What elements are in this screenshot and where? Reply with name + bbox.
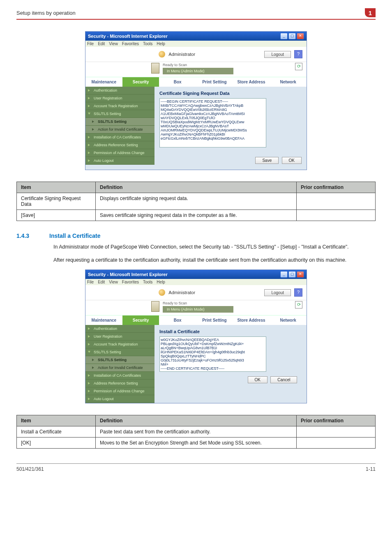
sidebar: Authentication User Registration Account… (85, 87, 154, 165)
menu-view[interactable]: View (109, 280, 118, 284)
tab-network[interactable]: Network (270, 315, 307, 325)
sidebar-item-auto-logout[interactable]: Auto Logout (85, 157, 154, 165)
tab-box[interactable]: Box (159, 77, 196, 87)
sidebar-item-account-track[interactable]: Account Track Registration (85, 102, 154, 110)
menu-help[interactable]: Help (157, 280, 165, 284)
sidebar-item-address-perm[interactable]: Permission of Address Change (85, 387, 154, 395)
menu-help[interactable]: Help (157, 41, 165, 46)
minimize-icon[interactable]: _ (280, 33, 288, 39)
sidebar-sub-invalid-cert[interactable]: Action for Invalid Certificate (85, 364, 154, 372)
help-icon[interactable]: ? (294, 50, 302, 58)
td-def: Moves to the Set an Encryption Strength … (96, 438, 297, 449)
refresh-icon[interactable]: ⟳ (295, 63, 302, 70)
menu-file[interactable]: File (87, 280, 94, 284)
header-rule (16, 19, 376, 20)
sidebar-item-user-registration[interactable]: User Registration (85, 333, 154, 341)
section-heading: 1.4.3Install a Certificate (16, 233, 376, 239)
sidebar-sub-ssltls-setting[interactable]: SSL/TLS Setting (85, 356, 154, 364)
tab-print-setting[interactable]: Print Setting (196, 315, 233, 325)
logout-button[interactable]: Logout (264, 289, 291, 296)
table-csr: Item Definition Prior confirmation Certi… (16, 182, 376, 221)
menu-edit[interactable]: Edit (98, 41, 105, 46)
sidebar-sub-ssltls-setting[interactable]: SSL/TLS Setting (85, 118, 154, 126)
sidebar-item-user-registration[interactable]: User Registration (85, 94, 154, 102)
menu-view[interactable]: View (109, 41, 118, 46)
sidebar-sub-invalid-cert[interactable]: Action for Invalid Certificate (85, 126, 154, 134)
menu-tools[interactable]: Tools (143, 280, 152, 284)
printer-icon (151, 63, 159, 74)
tab-maintenance[interactable]: Maintenance (85, 77, 122, 87)
menu-tools[interactable]: Tools (143, 41, 152, 46)
th-definition: Definition (96, 415, 297, 426)
td-prior (296, 426, 375, 438)
content-title-csr: Certificate Signing Request Data (159, 91, 302, 96)
section-para-2: After requesting a certificate to the ce… (53, 256, 376, 264)
content-title-install: Install a Certificate (159, 329, 302, 334)
sidebar-item-auto-logout[interactable]: Auto Logout (85, 395, 154, 403)
refresh-icon[interactable]: ⟳ (295, 301, 302, 309)
tab-security[interactable]: Security (122, 77, 159, 87)
save-button[interactable]: Save (255, 157, 279, 164)
tab-box[interactable]: Box (159, 315, 196, 325)
sidebar-item-account-track[interactable]: Account Track Registration (85, 341, 154, 348)
section-para-1: In Administrator mode of PageScope Web C… (53, 243, 376, 251)
sidebar-item-authentication[interactable]: Authentication (85, 87, 154, 94)
sidebar-item-address-ref[interactable]: Address Reference Setting (85, 141, 154, 149)
td-item: [OK] (17, 438, 96, 449)
tab-maintenance[interactable]: Maintenance (85, 315, 122, 325)
csr-data-field[interactable] (159, 98, 266, 147)
td-item: Install a Certificate (17, 426, 96, 438)
admin-icon (159, 51, 165, 58)
footer-model: 501/421/361 (16, 466, 44, 472)
td-def: Saves certificate signing request data i… (96, 210, 297, 221)
sidebar-item-address-ref[interactable]: Address Reference Setting (85, 380, 154, 387)
sidebar-item-ca-install[interactable]: Installation of CA Certificates (85, 372, 154, 380)
td-item: [Save] (17, 210, 96, 221)
tab-network[interactable]: Network (270, 77, 307, 87)
tab-print-setting[interactable]: Print Setting (196, 77, 233, 87)
maximize-icon[interactable]: ▢ (288, 33, 296, 39)
td-item: Certificate Signing Request Data (17, 193, 96, 210)
status-ready: Ready to Scan (163, 301, 233, 305)
tab-bar: Maintenance Security Box Print Setting S… (85, 315, 307, 325)
sidebar-item-address-perm[interactable]: Permission of Address Change (85, 149, 154, 157)
menu-favorites[interactable]: Favorites (122, 41, 139, 46)
sidebar-item-authentication[interactable]: Authentication (85, 325, 154, 333)
sidebar-item-ssltls[interactable]: SSL/TLS Setting (85, 348, 154, 356)
menu-file[interactable]: File (87, 41, 94, 46)
tab-bar: Maintenance Security Box Print Setting S… (85, 77, 307, 87)
menu-bar: File Edit View Favorites Tools Help (85, 279, 307, 285)
chapter-badge: 1 (365, 8, 376, 17)
window-title: Security - Microsoft Internet Explorer (88, 272, 279, 277)
ok-button[interactable]: OK (248, 376, 267, 383)
menu-favorites[interactable]: Favorites (122, 280, 139, 284)
install-cert-field[interactable] (159, 336, 266, 372)
close-icon[interactable]: ✕ (297, 271, 304, 278)
logout-button[interactable]: Logout (264, 51, 291, 58)
footer-page: 1-11 (366, 466, 376, 472)
th-definition: Definition (96, 182, 297, 193)
ok-button[interactable]: OK (282, 157, 302, 164)
menu-edit[interactable]: Edit (98, 280, 105, 284)
cancel-button[interactable]: Cancel (270, 376, 297, 383)
admin-label: Administrator (168, 52, 195, 57)
table-install: Item Definition Prior confirmation Insta… (16, 415, 376, 449)
screenshot-csr: Security - Microsoft Internet Explorer _… (85, 31, 307, 170)
window-title: Security - Microsoft Internet Explorer (88, 34, 279, 39)
th-prior: Prior confirmation (296, 182, 375, 193)
tab-store-address[interactable]: Store Address (233, 315, 270, 325)
table-row: Certificate Signing Request Data Display… (17, 193, 376, 210)
close-icon[interactable]: ✕ (297, 33, 304, 39)
sidebar-item-ssltls[interactable]: SSL/TLS Setting (85, 110, 154, 118)
td-def: Paste text data sent from the certificat… (96, 426, 297, 438)
maximize-icon[interactable]: ▢ (288, 271, 296, 278)
td-def: Displays certificate signing request dat… (96, 193, 297, 210)
screenshot-install: Security - Microsoft Internet Explorer _… (85, 269, 307, 403)
minimize-icon[interactable]: _ (280, 271, 288, 278)
page-footer: 501/421/361 1-11 (16, 463, 376, 472)
tab-security[interactable]: Security (122, 315, 159, 325)
td-prior (296, 210, 375, 221)
tab-store-address[interactable]: Store Address (233, 77, 270, 87)
sidebar-item-ca-install[interactable]: Installation of CA Certificates (85, 134, 154, 141)
help-icon[interactable]: ? (294, 288, 302, 297)
